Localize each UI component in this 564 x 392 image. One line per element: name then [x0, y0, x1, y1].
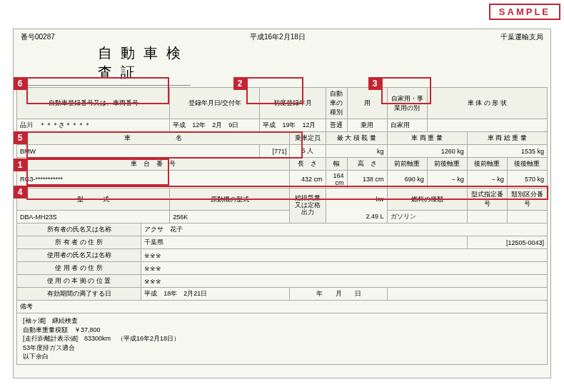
callout-box-2	[246, 77, 303, 104]
callout-num-2: 2	[233, 77, 246, 90]
h-class: 自動車の種別	[326, 88, 347, 119]
callout-num-3: 3	[368, 77, 381, 90]
v-class: 普通	[326, 119, 347, 132]
h-body: 車 体 の 形 状	[427, 88, 547, 119]
v-owner: アクサ 花子	[141, 223, 548, 236]
h-hei: 高 さ	[347, 158, 387, 171]
sample-stamp: SAMPLE	[489, 4, 560, 20]
callout-num-6: 6	[14, 77, 26, 90]
h-rf: 後前軸重	[467, 158, 507, 171]
v-owner-addr: 千葉県	[141, 236, 468, 249]
h-rr: 後後軸重	[507, 158, 547, 171]
v-user: ※※※	[141, 249, 548, 262]
v-max-load: kg	[326, 145, 387, 158]
v-expiry3	[387, 288, 547, 301]
h-remarks: 備考	[17, 301, 547, 313]
main-table: 自動車登録番号又は、車両番号 登録年月日/交付年 初度登録年月 自動車の種別 用…	[16, 87, 548, 365]
callout-num-1: 1	[14, 159, 26, 171]
v-first-reg: 平成 19年 12月	[260, 119, 326, 132]
v-model: DBA-MH23S	[17, 211, 170, 223]
remarks-line: [走行距離計表示値] 83300km （平成16年2月18日）	[23, 334, 541, 343]
callout-box-1	[26, 159, 169, 186]
v-type-code	[467, 211, 507, 223]
h-max-load: 最 大 積 載 量	[326, 132, 387, 145]
h-base: 使 用 の 本 拠 の 位 置	[17, 275, 141, 288]
callout-box-4	[26, 186, 548, 200]
serial-number: 番号00287	[21, 32, 55, 42]
callout-box-5	[26, 131, 303, 159]
page-root: SAMPLE 番号00287 平成16年2月18日 千葉運輸支局 自動車検査証 …	[0, 0, 564, 392]
h-fr: 前後軸重	[427, 158, 467, 171]
v-veh-wt: 1260 kg	[387, 145, 467, 158]
v-disp-l: 2.49 L	[326, 211, 387, 223]
h-owner-addr: 所 有 者 の 住 所	[17, 236, 141, 249]
v-reg-no: 品川 ＊＊＊さ＊＊＊＊	[17, 119, 170, 132]
callout-num-4: 4	[14, 186, 26, 198]
remarks-line: [袖ヶ浦] 継続検査	[23, 316, 541, 326]
h-wid: 幅	[326, 158, 347, 171]
v-fuel: ガソリン	[387, 211, 467, 223]
h-user-addr: 使 用 者 の 住 所	[17, 262, 141, 275]
transport-office: 千葉運輸支局	[500, 32, 543, 42]
v-gvw: 1535 kg	[467, 145, 547, 158]
h-user: 使用者の氏名又は名称	[17, 249, 141, 262]
remarks-line: 以下余白	[23, 352, 541, 361]
v-owner-code: [12505-0043]	[467, 236, 547, 249]
v-priv-biz: 自家用	[387, 119, 427, 132]
callout-box-6	[26, 77, 169, 104]
callout-box-3	[381, 77, 431, 104]
h-gvw: 車 両 総 重 量	[467, 132, 547, 145]
v-expiry1: 平成 18年 2月21日	[141, 288, 290, 301]
v-reg-date: 平成 12年 2月 9日	[170, 119, 260, 132]
v-base: ※※※	[141, 275, 548, 288]
v-class-code	[507, 211, 547, 223]
v-expiry2: 年 月 日	[290, 288, 387, 301]
h-expiry: 有効期間の満了する日	[17, 288, 141, 301]
v-use: 乗用	[347, 119, 387, 132]
remarks-cell: 備考 [袖ヶ浦] 継続検査 自動車重量税額 ￥37,800 [走行距離計表示値]…	[17, 301, 548, 365]
header-row: 番号00287 平成16年2月18日 千葉運輸支局	[14, 29, 550, 42]
remarks-line: 53年度排ガス適合	[23, 343, 541, 353]
remarks-line: 自動車重量税額 ￥37,800	[23, 326, 541, 335]
v-body	[427, 119, 547, 132]
callout-num-5: 5	[14, 131, 26, 144]
h-ff: 前前軸重	[387, 158, 427, 171]
remarks-body: [袖ヶ浦] 継続検査 自動車重量税額 ￥37,800 [走行距離計表示値] 83…	[17, 313, 547, 364]
h-veh-wt: 車 両 重 量	[387, 132, 467, 145]
v-engine: 256K	[170, 211, 290, 223]
h-owner: 所有者の氏名又は名称	[17, 223, 141, 236]
v-user-addr: ※※※	[141, 262, 548, 275]
issue-date: 平成16年2月18日	[250, 32, 306, 42]
h-len: 長 さ	[290, 158, 326, 171]
